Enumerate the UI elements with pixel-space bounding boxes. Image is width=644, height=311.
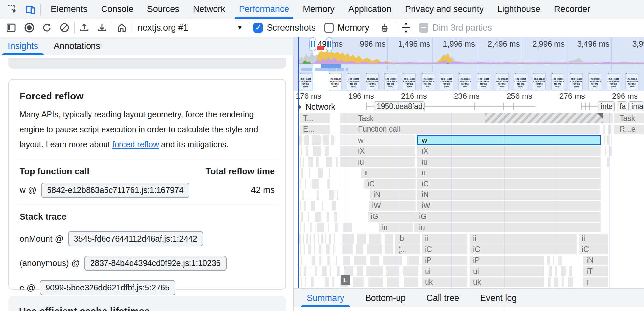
- collapse-sanitize-icon[interactable]: [399, 21, 413, 34]
- flame-event[interactable]: [300, 244, 301, 254]
- toggle-sidebar-icon[interactable]: [5, 21, 18, 34]
- filmstrip-screenshot[interactable]: ▲The ReactFrameworkfor the Web: [496, 72, 509, 90]
- tab-memory[interactable]: Memory: [296, 0, 342, 19]
- screenshots-label[interactable]: Screenshots: [267, 23, 315, 33]
- flame-event[interactable]: ii: [578, 234, 608, 244]
- flame-event[interactable]: [303, 266, 307, 276]
- filmstrip-screenshot[interactable]: ▲The ReactFrameworkfor the Web: [458, 72, 471, 90]
- flame-event[interactable]: [300, 223, 301, 232]
- flame-event[interactable]: [367, 244, 382, 254]
- flame-event[interactable]: [299, 234, 301, 244]
- garbage-collect-icon[interactable]: [378, 21, 391, 34]
- flame-event[interactable]: [310, 234, 311, 244]
- flame-event[interactable]: [607, 135, 609, 145]
- filmstrip-screenshot[interactable]: ▲The ReactFrameworkfor the Web: [403, 72, 416, 90]
- home-icon[interactable]: [115, 21, 128, 34]
- dim-third-parties-label[interactable]: Dim 3rd parties: [432, 23, 492, 33]
- flame-event[interactable]: [313, 234, 316, 244]
- flame-event[interactable]: ii: [417, 168, 601, 178]
- flame-event[interactable]: [301, 168, 303, 178]
- flame-event[interactable]: [553, 277, 558, 287]
- flame-event[interactable]: [366, 266, 383, 276]
- flame-event[interactable]: [547, 256, 550, 265]
- flame-event[interactable]: [311, 201, 315, 211]
- flame-event[interactable]: [326, 244, 330, 254]
- flame-event[interactable]: [318, 168, 323, 178]
- upload-profile-icon[interactable]: [78, 21, 91, 34]
- flame-event[interactable]: [305, 179, 306, 189]
- flame-event[interactable]: [318, 234, 319, 244]
- tab-privacy-and-security[interactable]: Privacy and security: [398, 0, 491, 19]
- flame-event[interactable]: [299, 135, 302, 145]
- flame-event[interactable]: [335, 223, 338, 232]
- previous-insight-card[interactable]: [8, 58, 286, 69]
- flame-event[interactable]: ii: [421, 234, 468, 244]
- flame-event[interactable]: [561, 266, 566, 276]
- flame-event[interactable]: R...e: [614, 125, 644, 134]
- filmstrip-screenshot[interactable]: ▲The ReactFrameworkfor the Web: [551, 72, 564, 90]
- flame-event[interactable]: [608, 125, 611, 134]
- flame-event[interactable]: iu: [340, 157, 416, 167]
- flame-event[interactable]: iG: [414, 212, 601, 222]
- flame-event[interactable]: [344, 266, 354, 276]
- filmstrip-screenshot[interactable]: ▲The ReactFrameworkfor the Web: [347, 72, 360, 90]
- flame-event[interactable]: [357, 234, 366, 244]
- filmstrip-screenshot[interactable]: ▲The ReactFrameworkfor the Web: [299, 72, 312, 90]
- flame-event[interactable]: [356, 266, 363, 276]
- flame-event[interactable]: [369, 234, 382, 244]
- flame-event[interactable]: [561, 277, 564, 287]
- tab-sources[interactable]: Sources: [140, 0, 186, 19]
- network-request-chip[interactable]: inte: [598, 101, 615, 111]
- filmstrip-screenshot[interactable]: ▲The ReactFrameworkfor the Web: [514, 72, 527, 90]
- flame-event[interactable]: ii: [361, 168, 416, 178]
- tab-console[interactable]: Console: [94, 0, 140, 19]
- record-icon[interactable]: [23, 21, 36, 34]
- flame-event[interactable]: [308, 244, 311, 254]
- flame-event[interactable]: [352, 277, 364, 287]
- flame-event[interactable]: (...: [395, 244, 420, 254]
- flame-event[interactable]: [404, 277, 419, 287]
- flame-event[interactable]: [332, 277, 335, 287]
- flame-event[interactable]: [318, 244, 321, 254]
- details-tab-summary[interactable]: Summary: [298, 289, 353, 307]
- flame-event[interactable]: [322, 266, 327, 276]
- flame-event[interactable]: [383, 256, 402, 265]
- flame-event[interactable]: [305, 277, 307, 287]
- flame-event[interactable]: iu: [378, 223, 413, 232]
- tab-elements[interactable]: Elements: [44, 0, 94, 19]
- sidebar-tab-annotations[interactable]: Annotations: [46, 37, 108, 55]
- clear-icon[interactable]: [58, 21, 71, 34]
- lcp-marker-badge[interactable]: L: [341, 275, 350, 285]
- flame-event[interactable]: [300, 212, 303, 222]
- flame-event[interactable]: ii: [469, 234, 577, 244]
- flame-event[interactable]: iC: [469, 244, 577, 254]
- selection-handle-right[interactable]: [326, 37, 333, 51]
- flame-event[interactable]: [300, 256, 303, 265]
- flame-event[interactable]: iX: [340, 146, 416, 156]
- flame-event[interactable]: [304, 223, 305, 232]
- flame-event[interactable]: [300, 201, 301, 211]
- flame-event[interactable]: [307, 157, 313, 167]
- tab-application[interactable]: Application: [342, 0, 398, 19]
- flame-event[interactable]: [553, 256, 555, 265]
- filmstrip-screenshot[interactable]: ▲The ReactFrameworkfor the Web: [625, 72, 638, 90]
- flame-event[interactable]: Task: [614, 113, 644, 123]
- flame-event[interactable]: [321, 234, 323, 244]
- flame-event[interactable]: [303, 157, 304, 167]
- flame-event[interactable]: iP: [469, 256, 544, 265]
- flame-event[interactable]: [309, 190, 311, 200]
- network-request-chip[interactable]: fa: [617, 101, 627, 111]
- filmstrip-screenshot[interactable]: ▲The ReactFrameworkfor the Web: [329, 72, 342, 90]
- flame-event[interactable]: [328, 223, 329, 232]
- flame-event[interactable]: [335, 256, 337, 265]
- flame-event[interactable]: [305, 146, 309, 156]
- flame-event[interactable]: [607, 157, 609, 167]
- flame-event[interactable]: [300, 157, 301, 167]
- cache-lifetimes-card[interactable]: Use efficient cache lifetimes: [8, 296, 286, 311]
- screenshots-checkbox[interactable]: ✓: [253, 23, 263, 33]
- flame-event[interactable]: [356, 244, 363, 254]
- source-location-chip[interactable]: 5842-e12b863a5c711761.js:1:167974: [41, 183, 189, 198]
- network-track-toggle[interactable]: Network: [296, 102, 335, 111]
- details-tab-call-tree[interactable]: Call tree: [418, 289, 468, 307]
- flame-event-selected[interactable]: w: [417, 135, 601, 145]
